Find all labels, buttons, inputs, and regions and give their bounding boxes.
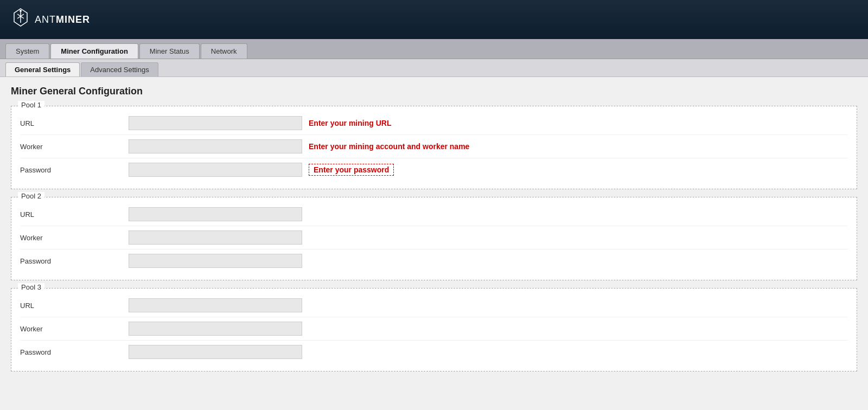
pool1-password-label: Password <box>20 166 129 174</box>
pool2-worker-label: Worker <box>20 234 129 242</box>
pool1-worker-label: Worker <box>20 143 129 151</box>
pool3-worker-row: Worker <box>20 317 848 341</box>
pool3-url-input[interactable] <box>129 298 302 312</box>
pool1-worker-row: Worker Enter your mining account and wor… <box>20 135 848 158</box>
pool2-password-label: Password <box>20 257 129 265</box>
pool2-password-row: Password <box>20 249 848 272</box>
app-header: ANTMINER <box>0 0 868 39</box>
pool3-legend: Pool 3 <box>18 283 44 291</box>
pool1-password-input[interactable] <box>129 163 302 177</box>
pool1-url-label: URL <box>20 119 129 127</box>
pool1-worker-hint: Enter your mining account and worker nam… <box>309 142 469 151</box>
pool3-password-input[interactable] <box>129 345 302 359</box>
page-title: Miner General Configuration <box>11 86 857 97</box>
logo-text: ANTMINER <box>35 14 90 25</box>
pool1-legend: Pool 1 <box>18 101 44 109</box>
antminer-logo-icon <box>11 8 30 31</box>
tab-miner-status[interactable]: Miner Status <box>139 43 200 59</box>
svg-point-0 <box>20 10 22 12</box>
pool1-url-hint: Enter your mining URL <box>309 119 391 127</box>
tab-advanced-settings[interactable]: Advanced Settings <box>81 62 158 76</box>
pool3-url-label: URL <box>20 302 129 310</box>
logo: ANTMINER <box>11 8 90 31</box>
pool1-worker-input[interactable] <box>129 139 302 153</box>
pool2-url-label: URL <box>20 210 129 219</box>
main-nav: System Miner Configuration Miner Status … <box>0 39 868 59</box>
pool3-password-label: Password <box>20 348 129 356</box>
pool2-url-row: URL <box>20 203 848 226</box>
pool1-url-input[interactable] <box>129 116 302 130</box>
pool3-password-row: Password <box>20 341 848 363</box>
tab-general-settings[interactable]: General Settings <box>5 62 80 76</box>
pool1-password-hint: Enter your password <box>309 164 394 176</box>
tab-miner-configuration[interactable]: Miner Configuration <box>50 43 138 59</box>
pool3-url-row: URL <box>20 294 848 317</box>
pool2-worker-row: Worker <box>20 226 848 249</box>
pool3-worker-input[interactable] <box>129 322 302 336</box>
pool1-section: Pool 1 URL Enter your mining URL Worker … <box>11 106 857 189</box>
main-content: Miner General Configuration Pool 1 URL E… <box>0 77 868 410</box>
pool2-legend: Pool 2 <box>18 192 44 200</box>
pool3-section: Pool 3 URL Worker Password <box>11 288 857 371</box>
pool2-url-input[interactable] <box>129 207 302 221</box>
sub-nav: General Settings Advanced Settings <box>0 59 868 77</box>
pool2-password-input[interactable] <box>129 254 302 268</box>
pool1-password-row: Password Enter your password <box>20 158 848 181</box>
pool2-section: Pool 2 URL Worker Password <box>11 197 857 280</box>
pool3-worker-label: Worker <box>20 325 129 333</box>
pool1-url-row: URL Enter your mining URL <box>20 112 848 135</box>
tab-system[interactable]: System <box>5 43 49 59</box>
tab-network[interactable]: Network <box>201 43 247 59</box>
pool2-worker-input[interactable] <box>129 230 302 245</box>
